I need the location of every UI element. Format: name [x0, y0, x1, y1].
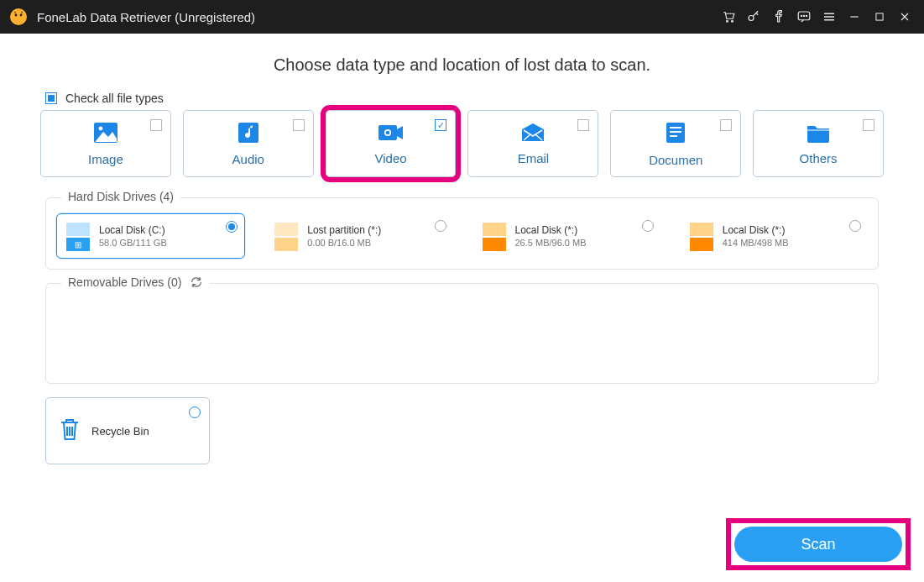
- svg-point-4: [732, 20, 733, 22]
- minimize-button[interactable]: [843, 6, 865, 28]
- drive-size: 0.00 B/16.0 MB: [307, 238, 381, 248]
- drive-local-3-radio[interactable]: [849, 220, 861, 232]
- removable-legend: Removable Drives (0): [61, 275, 210, 289]
- folder-icon: [806, 123, 831, 146]
- maximize-button[interactable]: [869, 6, 890, 28]
- recycle-label: Recycle Bin: [91, 425, 149, 438]
- file-type-row: Image Audio Video Email: [40, 110, 884, 177]
- check-all-label: Check all file types: [65, 92, 164, 105]
- key-icon[interactable]: [743, 6, 765, 28]
- feedback-icon[interactable]: [793, 6, 815, 28]
- recycle-row: Recycle Bin: [40, 397, 884, 464]
- refresh-icon[interactable]: [190, 275, 203, 289]
- scan-button[interactable]: Scan: [734, 527, 902, 562]
- check-all-row: Check all file types: [40, 92, 884, 105]
- type-others-label: Others: [800, 151, 838, 165]
- svg-rect-20: [807, 129, 829, 131]
- menu-icon[interactable]: [818, 6, 840, 28]
- svg-point-2: [20, 14, 23, 17]
- disk-icon: [482, 221, 507, 251]
- audio-icon: [238, 122, 259, 147]
- type-video-checkbox[interactable]: [435, 119, 446, 131]
- svg-rect-14: [378, 125, 397, 140]
- title-bar: FoneLab Data Retriever (Unregistered): [0, 0, 924, 34]
- drive-name: Local Disk (*:): [723, 224, 789, 236]
- svg-point-1: [15, 14, 18, 17]
- type-card-image[interactable]: Image: [40, 110, 171, 177]
- type-card-video[interactable]: Video: [326, 110, 457, 177]
- hdd-list: ⊞ Local Disk (C:) 58.0 GB/111 GB Lost pa…: [56, 213, 868, 259]
- svg-point-9: [806, 15, 807, 16]
- removable-group: Removable Drives (0): [45, 283, 879, 384]
- drive-local-c[interactable]: ⊞ Local Disk (C:) 58.0 GB/111 GB: [56, 213, 245, 259]
- hdd-legend-text: Hard Disk Drives (4): [68, 190, 174, 203]
- svg-rect-10: [876, 13, 883, 20]
- drive-lost-partition[interactable]: Lost partition (*:) 0.00 B/16.0 MB: [265, 213, 452, 259]
- close-button[interactable]: [894, 6, 916, 28]
- recycle-card[interactable]: Recycle Bin: [45, 397, 210, 464]
- app-logo-icon: [7, 5, 30, 29]
- disk-icon: [274, 221, 299, 251]
- disk-icon: ⊞: [65, 221, 91, 251]
- type-audio-label: Audio: [232, 152, 264, 166]
- scan-highlight-box: Scan: [726, 518, 911, 570]
- type-image-label: Image: [88, 152, 123, 166]
- facebook-icon[interactable]: [768, 6, 790, 28]
- type-email-label: Email: [518, 151, 550, 165]
- svg-rect-19: [670, 135, 677, 137]
- trash-icon: [58, 416, 81, 446]
- removable-legend-text: Removable Drives (0): [68, 275, 181, 289]
- window-title: FoneLab Data Retriever (Unregistered): [37, 10, 255, 24]
- drive-size: 26.5 MB/96.0 MB: [515, 238, 587, 248]
- image-icon: [93, 122, 118, 147]
- svg-point-7: [801, 15, 801, 16]
- svg-point-5: [749, 16, 754, 21]
- type-video-label: Video: [375, 151, 407, 165]
- recycle-radio[interactable]: [189, 406, 201, 418]
- drive-local-3[interactable]: Local Disk (*:) 414 MB/498 MB: [681, 213, 868, 259]
- drive-name: Local Disk (*:): [515, 224, 587, 236]
- type-audio-checkbox[interactable]: [293, 119, 305, 131]
- type-card-email[interactable]: Email: [467, 110, 598, 177]
- svg-point-0: [10, 8, 27, 25]
- drive-local-c-radio[interactable]: [226, 221, 238, 233]
- main-area: Choose data type and location of lost da…: [0, 34, 924, 582]
- drive-name: Local Disk (C:): [99, 224, 167, 236]
- svg-point-3: [727, 20, 728, 22]
- check-all-checkbox[interactable]: [45, 92, 57, 104]
- drive-lost-radio[interactable]: [435, 220, 446, 232]
- svg-point-12: [99, 126, 103, 130]
- drive-size: 414 MB/498 MB: [723, 238, 789, 248]
- svg-rect-18: [670, 131, 681, 133]
- hdd-legend: Hard Disk Drives (4): [61, 190, 180, 203]
- type-card-others[interactable]: Others: [753, 110, 884, 177]
- page-heading: Choose data type and location of lost da…: [40, 55, 884, 75]
- email-icon: [520, 123, 546, 146]
- type-email-checkbox[interactable]: [577, 119, 589, 131]
- type-card-document[interactable]: Documen: [610, 110, 741, 177]
- type-image-checkbox[interactable]: [150, 119, 162, 131]
- drive-local-2[interactable]: Local Disk (*:) 26.5 MB/96.0 MB: [473, 213, 660, 259]
- svg-point-8: [803, 15, 804, 16]
- disk-icon: [689, 221, 714, 251]
- video-icon: [378, 123, 405, 146]
- cart-icon[interactable]: [718, 6, 739, 28]
- type-card-audio[interactable]: Audio: [183, 110, 314, 177]
- drive-size: 58.0 GB/111 GB: [99, 238, 167, 248]
- svg-rect-17: [670, 127, 681, 128]
- type-document-label: Documen: [649, 153, 702, 167]
- type-document-checkbox[interactable]: [720, 119, 732, 131]
- hdd-group: Hard Disk Drives (4) ⊞ Local Disk (C:) 5…: [45, 197, 879, 270]
- drive-name: Lost partition (*:): [307, 224, 381, 236]
- type-others-checkbox[interactable]: [863, 119, 874, 131]
- document-icon: [665, 121, 686, 148]
- drive-local-2-radio[interactable]: [642, 220, 654, 232]
